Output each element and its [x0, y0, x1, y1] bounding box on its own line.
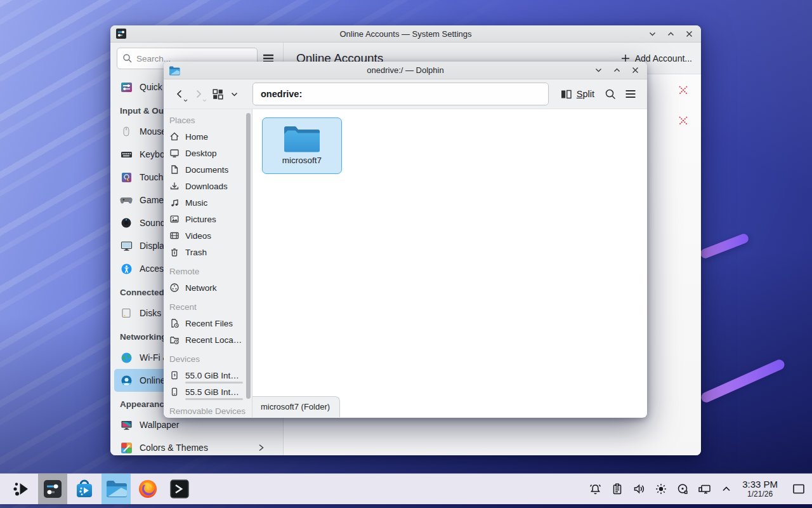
- place-network[interactable]: Network: [169, 279, 252, 296]
- desktop: Online Accounts — System Settings: [0, 0, 812, 508]
- konsole-icon: [169, 479, 190, 499]
- place-desktop[interactable]: Desktop: [169, 145, 252, 161]
- film-icon: [169, 231, 180, 241]
- disc-icon[interactable]: [676, 483, 689, 495]
- close-icon[interactable]: [631, 66, 639, 74]
- remote-section-header: Remote: [169, 263, 252, 279]
- notifications-icon[interactable]: [589, 483, 602, 495]
- location-bar[interactable]: [252, 83, 549, 105]
- dolphin-app-icon: [169, 65, 180, 76]
- sound-icon: [120, 217, 133, 229]
- place-home[interactable]: Home: [169, 128, 252, 145]
- trash-icon: [169, 247, 180, 257]
- taskbar-discover[interactable]: [70, 474, 99, 504]
- device-internal-drive-1[interactable]: 55.0 GiB Internal Drive: [169, 367, 252, 384]
- game-controller-icon: [120, 194, 133, 206]
- mouse-icon: [120, 125, 133, 138]
- folder-view[interactable]: microsoft7 microsoft7 (Folder): [252, 109, 647, 417]
- view-mode-icon[interactable]: [208, 84, 227, 104]
- colors-themes-icon: [120, 441, 133, 454]
- back-button[interactable]: [170, 84, 189, 104]
- forward-history-icon: [202, 99, 207, 102]
- display-icon: [120, 239, 133, 252]
- taskbar-dolphin[interactable]: [102, 474, 131, 504]
- drive-icon: [169, 387, 180, 397]
- minimize-icon[interactable]: [594, 66, 603, 74]
- drive-icon: [169, 370, 180, 380]
- keyboard-icon: [120, 148, 133, 161]
- remove-account-icon[interactable]: [678, 115, 689, 126]
- touchscreen-icon: [120, 171, 133, 184]
- show-desktop-button[interactable]: [792, 483, 806, 495]
- brightness-icon[interactable]: [655, 483, 667, 495]
- places-panel: Places Home Desktop Documents Downloads: [164, 109, 252, 417]
- taskbar-konsole[interactable]: [165, 474, 194, 504]
- dolphin-icon: [105, 479, 127, 498]
- home-icon: [169, 131, 180, 142]
- remove-account-icon[interactable]: [678, 84, 689, 96]
- dolphin-titlebar[interactable]: onedrive:/ — Dolphin: [164, 62, 647, 79]
- place-downloads[interactable]: Downloads: [169, 178, 252, 194]
- sidebar-item-colors-themes[interactable]: Colors & Themes: [114, 436, 279, 455]
- music-note-icon: [169, 197, 180, 208]
- dolphin-toolbar: Split: [164, 79, 647, 109]
- device-internal-drive-2[interactable]: 55.5 GiB Internal Drive: [169, 384, 252, 400]
- disk-usage-bar: [185, 398, 243, 400]
- desktop-icon: [169, 148, 180, 158]
- app-launcher-button[interactable]: [6, 474, 36, 504]
- wifi-globe-icon: [120, 351, 133, 364]
- online-accounts-icon: [120, 374, 133, 387]
- download-icon: [169, 181, 180, 191]
- forward-button[interactable]: [189, 84, 208, 104]
- place-recent-locations[interactable]: Recent Locations: [169, 331, 252, 348]
- split-button[interactable]: Split: [555, 83, 600, 105]
- settings-titlebar[interactable]: Online Accounts — System Settings: [110, 25, 701, 43]
- search-icon[interactable]: [600, 84, 620, 104]
- places-section-header: Places: [169, 112, 252, 128]
- place-trash[interactable]: Trash: [169, 244, 252, 260]
- tray-expand-icon[interactable]: [721, 483, 732, 495]
- maximize-icon[interactable]: [667, 30, 675, 38]
- devices-section-header: Devices: [169, 351, 252, 367]
- folder-icon: [282, 123, 322, 154]
- minimize-icon[interactable]: [648, 30, 657, 38]
- recent-section-header: Recent: [169, 298, 252, 315]
- chevron-right-icon: [258, 443, 265, 452]
- clock[interactable]: 3:33 PM 1/21/26: [742, 479, 778, 498]
- location-input[interactable]: [261, 89, 540, 99]
- taskbar: 3:33 PM 1/21/26: [0, 474, 812, 504]
- maximize-icon[interactable]: [613, 66, 621, 74]
- folder-item-microsoft7[interactable]: microsoft7: [262, 117, 342, 174]
- place-videos[interactable]: Videos: [169, 227, 252, 244]
- system-settings-app-icon: [115, 28, 127, 39]
- status-bar: microsoft7 (Folder): [252, 396, 340, 417]
- view-mode-dropdown-icon[interactable]: [227, 84, 241, 104]
- wallpaper-icon: [120, 418, 133, 431]
- hamburger-menu-icon[interactable]: [620, 84, 641, 104]
- taskbar-system-settings[interactable]: [38, 474, 67, 504]
- launcher-icon: [11, 479, 30, 498]
- recent-folder-icon: [169, 335, 180, 345]
- removable-devices-section-header: Removable Devices: [169, 403, 252, 417]
- system-settings-icon: [43, 479, 63, 499]
- place-music[interactable]: Music: [169, 194, 252, 211]
- settings-window-title: Online Accounts — System Settings: [339, 29, 471, 39]
- clock-date: 1/21/26: [742, 490, 778, 499]
- search-icon: [122, 53, 133, 64]
- taskbar-firefox[interactable]: [133, 474, 162, 504]
- picture-icon: [169, 214, 180, 224]
- firefox-icon: [138, 479, 158, 499]
- place-recent-files[interactable]: Recent Files: [169, 315, 252, 331]
- place-pictures[interactable]: Pictures: [169, 211, 252, 227]
- volume-icon[interactable]: [632, 483, 646, 495]
- disks-icon: [120, 307, 133, 319]
- sidebar-scrollbar[interactable]: [246, 113, 251, 399]
- clipboard-icon[interactable]: [611, 483, 624, 495]
- close-icon[interactable]: [685, 30, 693, 38]
- back-history-icon[interactable]: [183, 99, 188, 102]
- recent-file-icon: [169, 318, 180, 328]
- network-icon[interactable]: [698, 483, 712, 495]
- accessibility-icon: [120, 262, 133, 275]
- place-documents[interactable]: Documents: [169, 161, 252, 178]
- discover-icon: [74, 479, 95, 499]
